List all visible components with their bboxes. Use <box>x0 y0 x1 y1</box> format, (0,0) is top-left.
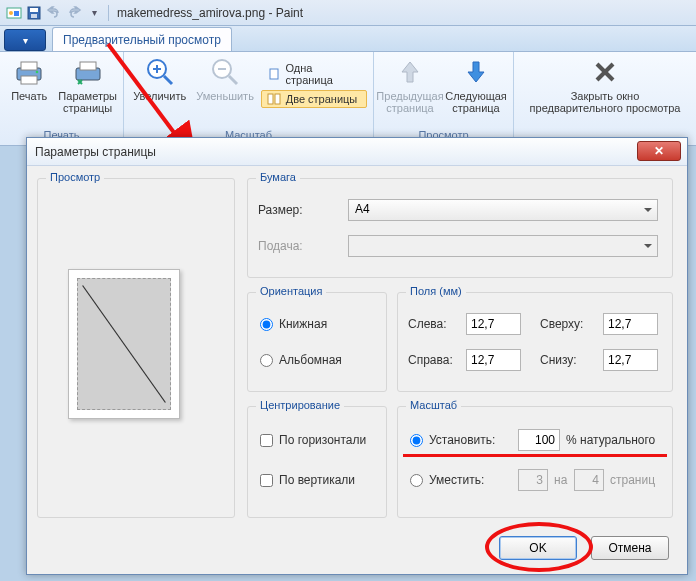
two-pages-label: Две страницы <box>286 93 358 105</box>
undo-icon[interactable] <box>46 5 62 21</box>
zoom-in-button[interactable]: Увеличить <box>130 54 189 102</box>
scale-adjust-radio[interactable]: Установить: <box>410 433 495 447</box>
one-page-button[interactable]: Одна страница <box>261 60 367 88</box>
prev-page-label: Предыдущая страница <box>376 90 443 114</box>
margins-legend: Поля (мм) <box>406 285 466 297</box>
dialog-body: Просмотр Бумага Размер: A4 Подача: Ориен… <box>37 174 677 564</box>
zoom-in-label: Увеличить <box>133 90 186 102</box>
center-vertical-check[interactable]: По вертикали <box>260 473 355 487</box>
next-page-label: Следующая страница <box>445 90 507 114</box>
page-preview-inner <box>77 278 171 410</box>
qat-dropdown-icon[interactable]: ▾ <box>86 5 102 21</box>
orientation-landscape-radio[interactable]: Альбомная <box>260 353 342 367</box>
preview-legend: Просмотр <box>46 171 104 183</box>
orientation-portrait-radio[interactable]: Книжная <box>260 317 327 331</box>
annotation-underline <box>403 454 667 457</box>
ribbon-group-print: Печать Параметры страницы Печать <box>0 52 124 145</box>
scaling-legend: Масштаб <box>406 399 461 411</box>
one-page-icon <box>266 67 282 81</box>
svg-rect-2 <box>14 11 19 16</box>
ribbon-tabstrip: ▾ Предварительный просмотр <box>0 26 696 52</box>
tab-print-preview[interactable]: Предварительный просмотр <box>52 27 232 51</box>
redo-icon[interactable] <box>66 5 82 21</box>
svg-line-13 <box>164 76 172 84</box>
dialog-close-button[interactable]: ✕ <box>637 141 681 161</box>
margin-right-input[interactable] <box>466 349 521 371</box>
page-setup-label: Параметры страницы <box>58 90 117 114</box>
next-page-button[interactable]: Следующая страница <box>446 54 506 114</box>
separator <box>108 5 109 21</box>
svg-rect-11 <box>80 62 96 70</box>
scale-fit-rows-input <box>574 469 604 491</box>
zoom-in-icon <box>144 56 176 88</box>
paper-legend: Бумага <box>256 171 300 183</box>
svg-rect-20 <box>268 94 273 104</box>
scale-adjust-suffix: % натурального <box>566 433 655 447</box>
center-horizontal-label: По горизонтали <box>279 433 366 447</box>
scale-fit-suffix: страниц <box>610 473 655 487</box>
orientation-landscape-label: Альбомная <box>279 353 342 367</box>
svg-rect-4 <box>30 8 38 12</box>
paper-size-combo[interactable]: A4 <box>348 199 658 221</box>
scaling-groupbox: Масштаб Установить: % натурального Умест… <box>397 406 673 518</box>
margin-left-label: Слева: <box>408 317 447 331</box>
preview-groupbox: Просмотр <box>37 178 235 518</box>
paper-size-label: Размер: <box>258 203 303 217</box>
dialog-titlebar: Параметры страницы ✕ <box>27 138 687 166</box>
orientation-legend: Ориентация <box>256 285 326 297</box>
margin-top-input[interactable] <box>603 313 658 335</box>
scale-adjust-label: Установить: <box>429 433 495 447</box>
centering-groupbox: Центрирование По горизонтали По вертикал… <box>247 406 387 518</box>
paper-size-value: A4 <box>355 202 370 216</box>
zoom-out-icon <box>209 56 241 88</box>
paper-source-combo <box>348 235 658 257</box>
margins-groupbox: Поля (мм) Слева: Сверху: Справа: Снизу: <box>397 292 673 392</box>
file-menu-button[interactable]: ▾ <box>4 29 46 51</box>
page-setup-button[interactable]: Параметры страницы <box>58 54 117 114</box>
ribbon-group-close: Закрыть окно предварительного просмотра <box>514 52 696 145</box>
svg-rect-7 <box>21 62 37 70</box>
svg-point-9 <box>36 71 39 74</box>
close-icon <box>589 56 621 88</box>
orientation-groupbox: Ориентация Книжная Альбомная <box>247 292 387 392</box>
margin-top-label: Сверху: <box>540 317 583 331</box>
close-preview-label: Закрыть окно предварительного просмотра <box>530 90 681 114</box>
page-setup-dialog: Параметры страницы ✕ Просмотр Бумага Раз… <box>26 137 688 575</box>
margin-right-label: Справа: <box>408 353 453 367</box>
print-label: Печать <box>11 90 47 102</box>
svg-rect-19 <box>270 69 278 79</box>
two-pages-button[interactable]: Две страницы <box>261 90 367 108</box>
window-title: makemedress_amirova.png - Paint <box>117 6 303 20</box>
save-icon[interactable] <box>26 5 42 21</box>
ribbon-group-view: Предыдущая страница Следующая страница П… <box>374 52 514 145</box>
center-vertical-label: По вертикали <box>279 473 355 487</box>
svg-rect-5 <box>31 14 37 18</box>
dialog-title: Параметры страницы <box>35 145 156 159</box>
svg-line-25 <box>83 286 166 403</box>
print-button[interactable]: Печать <box>6 54 52 102</box>
scale-fit-radio[interactable]: Уместить: <box>410 473 484 487</box>
title-bar: ▾ makemedress_amirova.png - Paint <box>0 0 696 26</box>
margin-bottom-input[interactable] <box>603 349 658 371</box>
arrow-up-icon <box>394 56 426 88</box>
scale-fit-cols-input <box>518 469 548 491</box>
orientation-portrait-label: Книжная <box>279 317 327 331</box>
center-horizontal-check[interactable]: По горизонтали <box>260 433 366 447</box>
file-menu-glyph: ▾ <box>23 35 28 46</box>
zoom-out-button[interactable]: Уменьшить <box>195 54 254 102</box>
margin-left-input[interactable] <box>466 313 521 335</box>
paper-groupbox: Бумага Размер: A4 Подача: <box>247 178 673 278</box>
page-preview-thumb <box>68 269 180 419</box>
scale-fit-by-label: на <box>554 473 567 487</box>
arrow-down-icon <box>460 56 492 88</box>
ribbon: Печать Параметры страницы Печать Увеличи… <box>0 52 696 146</box>
prev-page-button[interactable]: Предыдущая страница <box>380 54 440 114</box>
scale-adjust-input[interactable] <box>518 429 560 451</box>
scale-fit-label: Уместить: <box>429 473 484 487</box>
cancel-button[interactable]: Отмена <box>591 536 669 560</box>
one-page-label: Одна страница <box>286 62 362 86</box>
annotation-ok-circle <box>485 522 593 572</box>
tab-label: Предварительный просмотр <box>63 33 221 47</box>
zoom-out-label: Уменьшить <box>196 90 254 102</box>
close-preview-button[interactable]: Закрыть окно предварительного просмотра <box>520 54 690 114</box>
